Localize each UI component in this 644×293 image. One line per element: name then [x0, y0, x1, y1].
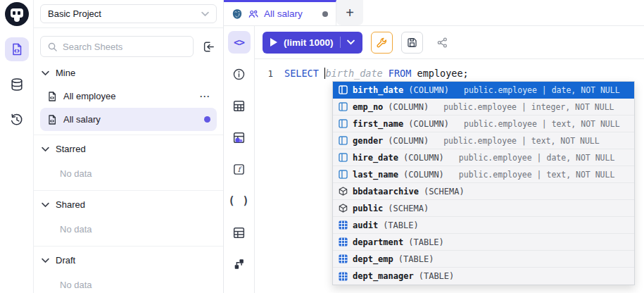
- app-window: Basic Project: [0, 0, 644, 293]
- suggestion-public[interactable]: public (SCHEMA): [333, 200, 634, 217]
- function-button[interactable]: f: [228, 158, 251, 180]
- sheet-item-label: All salary: [63, 114, 101, 125]
- chevron-down-icon: [42, 258, 49, 263]
- project-select-value: Basic Project: [48, 8, 101, 19]
- app-rail: [0, 0, 34, 293]
- chevron-down-icon[interactable]: [347, 39, 355, 45]
- column-icon: [339, 102, 348, 111]
- schema-diagram-button[interactable]: [228, 253, 251, 275]
- left-panel: Basic Project: [0, 0, 224, 293]
- save-sheet-button[interactable]: [401, 32, 423, 54]
- suggestion-gender[interactable]: gender (COLUMN) public.employee | text, …: [333, 132, 634, 149]
- editor-toolbar: (limit 1000): [255, 26, 644, 59]
- run-query-button[interactable]: (limit 1000): [263, 32, 362, 54]
- share-sheet-button[interactable]: [431, 32, 453, 54]
- section-label: Shared: [56, 199, 85, 210]
- suggestion-hire_date[interactable]: hire_date (COLUMN) public.employee | dat…: [333, 149, 634, 166]
- sql-identifier: employee;: [417, 68, 469, 79]
- tab-bar: All salary +: [224, 0, 644, 26]
- sql-keyword-from: FROM: [389, 68, 412, 79]
- column-icon: [339, 119, 348, 128]
- chevron-down-icon: [201, 11, 209, 17]
- table-icon: [339, 272, 348, 281]
- info-button[interactable]: [228, 63, 251, 85]
- sheet-item-all-employee[interactable]: All employee ···: [40, 85, 217, 108]
- table-ai-button[interactable]: [228, 126, 251, 149]
- databases-nav-button[interactable]: [5, 73, 29, 96]
- project-select[interactable]: Basic Project: [40, 4, 217, 23]
- sheet-icon: [46, 91, 58, 102]
- table-icon: [232, 226, 246, 239]
- item-menu-button[interactable]: ···: [200, 92, 210, 101]
- section-label: Draft: [56, 255, 75, 266]
- ghost-suggestion-text: birth_date: [325, 68, 382, 79]
- tab-all-salary[interactable]: All salary: [224, 0, 336, 25]
- table-ai-icon: [232, 131, 246, 144]
- table-icon: [339, 237, 348, 247]
- new-tab-button[interactable]: +: [336, 0, 363, 25]
- suggestion-department[interactable]: department (TABLE): [333, 234, 634, 251]
- history-nav-button[interactable]: [5, 108, 29, 132]
- editor-panel: All salary + <>: [224, 0, 644, 293]
- group-icon: [248, 8, 259, 20]
- tab-title: All salary: [264, 8, 303, 19]
- search-icon: [47, 42, 58, 52]
- divider: [34, 135, 223, 135]
- import-sheet-button[interactable]: [200, 37, 217, 56]
- share-icon: [436, 37, 448, 49]
- table-view-button[interactable]: [228, 94, 251, 117]
- suggestion-dept_manager[interactable]: dept_manager (TABLE): [333, 268, 634, 285]
- search-box[interactable]: [40, 36, 194, 57]
- section-draft[interactable]: Draft: [40, 249, 217, 272]
- editor-main: <>: [224, 26, 644, 293]
- history-icon: [10, 113, 24, 127]
- import-icon: [202, 40, 215, 54]
- suggestion-dept_emp[interactable]: dept_emp (TABLE): [333, 251, 634, 268]
- svg-text:f: f: [238, 166, 243, 173]
- suggestion-bbdataarchive[interactable]: bbdataarchive (SCHEMA): [333, 183, 634, 200]
- suggestion-emp_no[interactable]: emp_no (COLUMN) public.employee | intege…: [333, 99, 634, 116]
- suggestion-birth_date[interactable]: birth_date (COLUMN) public.employee | da…: [333, 82, 634, 99]
- sheet-code-icon: [10, 42, 24, 56]
- sheet-item-all-salary[interactable]: All salary: [40, 108, 217, 131]
- sql-keyword-select: SELECT: [284, 68, 319, 79]
- suggestion-audit[interactable]: audit (TABLE): [333, 217, 634, 234]
- suggestion-last_name[interactable]: last_name (COLUMN) public.employee | tex…: [333, 166, 634, 183]
- sidebar-header: Basic Project: [34, 0, 223, 28]
- sql-editor-pane: (limit 1000): [255, 26, 644, 293]
- starred-empty-state: No data: [40, 161, 217, 187]
- column-icon: [339, 170, 348, 179]
- active-sheet-dot: [204, 116, 210, 123]
- parentheses-button[interactable]: ( ): [228, 189, 251, 212]
- table-icon: [339, 220, 348, 230]
- function-icon: f: [232, 163, 246, 176]
- suggestion-first_name[interactable]: first_name (COLUMN) public.employee | te…: [333, 116, 634, 132]
- format-sql-button[interactable]: [371, 32, 393, 54]
- divider: [34, 190, 223, 191]
- sheet-tree: Mine All employee ··· All salary: [34, 61, 223, 293]
- sheet-icon: [46, 114, 58, 125]
- column-icon: [339, 85, 348, 94]
- unsaved-indicator-dot: [322, 11, 328, 17]
- search-sheets-input[interactable]: [63, 42, 187, 52]
- draft-empty-state: No data: [40, 272, 217, 293]
- section-starred[interactable]: Starred: [40, 137, 217, 161]
- section-label: Starred: [56, 144, 86, 154]
- postgresql-icon: [232, 8, 243, 20]
- section-mine[interactable]: Mine: [40, 61, 217, 85]
- save-icon: [406, 37, 418, 49]
- sql-code-area[interactable]: 1 SELECT birth_date FROM employee; birth…: [255, 59, 644, 293]
- section-shared[interactable]: Shared: [40, 193, 217, 216]
- chevron-down-icon: [42, 146, 49, 152]
- info-icon: [232, 68, 246, 81]
- app-logo[interactable]: [5, 2, 29, 26]
- table-list-button[interactable]: [228, 221, 251, 244]
- code-icon: <>: [234, 37, 244, 48]
- column-icon: [339, 153, 348, 162]
- table-icon: [232, 99, 246, 113]
- section-label: Mine: [56, 68, 75, 78]
- sheets-nav-button[interactable]: [5, 37, 29, 61]
- code-mode-button[interactable]: <>: [228, 31, 251, 54]
- autocomplete-dropdown: birth_date (COLUMN) public.employee | da…: [332, 81, 635, 285]
- code-line-1: 1 SELECT birth_date FROM employee;: [255, 66, 644, 80]
